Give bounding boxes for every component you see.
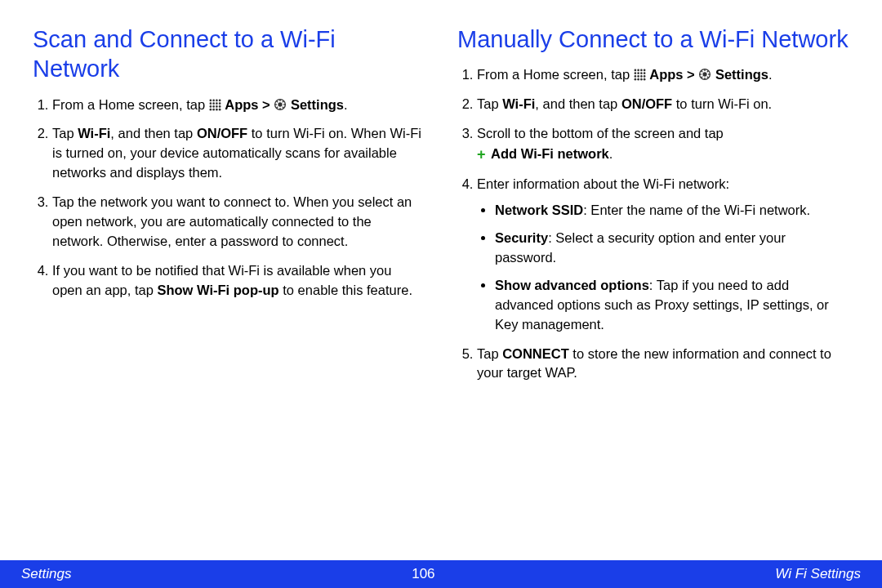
svg-point-37: [643, 75, 645, 78]
plus-icon: +: [477, 144, 486, 165]
svg-line-51: [702, 77, 703, 78]
svg-point-40: [640, 78, 643, 81]
svg-point-32: [640, 73, 643, 75]
text: Tap: [52, 126, 78, 140]
apps-label: Apps: [649, 67, 683, 82]
text: Tap: [477, 346, 502, 361]
svg-point-5: [212, 102, 215, 105]
svg-point-0: [209, 99, 212, 101]
apps-icon: [209, 99, 221, 111]
document-page: Scan and Connect to a Wi-Fi Network From…: [0, 0, 882, 588]
text: to turn Wi-Fi on.: [672, 96, 772, 111]
svg-point-3: [218, 99, 220, 101]
svg-line-49: [707, 77, 709, 78]
svg-point-12: [209, 108, 212, 110]
right-step-3: Scroll to the bottom of the screen and t…: [477, 124, 849, 165]
text: From a Home screen, tap: [52, 97, 209, 112]
svg-point-34: [634, 75, 636, 78]
settings-label: Settings: [715, 67, 768, 82]
text: .: [768, 67, 773, 82]
bullet-security: Security: Select a security option and e…: [495, 229, 849, 268]
bullet-advanced: Show advanced options: Tap if you need t…: [495, 276, 849, 335]
svg-point-13: [212, 108, 215, 110]
settings-icon: [274, 98, 287, 111]
text-bold: Wi-Fi: [502, 96, 535, 111]
breadcrumb-sep: >: [687, 67, 698, 82]
svg-point-30: [634, 73, 636, 75]
left-column: Scan and Connect to a Wi-Fi Network From…: [33, 24, 425, 393]
text: Enter information about the Wi-Fi networ…: [477, 176, 729, 191]
svg-point-28: [640, 69, 643, 72]
svg-point-31: [637, 73, 639, 75]
right-steps: From a Home screen, tap Apps > Settings.…: [457, 65, 849, 383]
svg-point-15: [218, 108, 220, 110]
footer-right: Wi Fi Settings: [775, 566, 861, 582]
svg-point-39: [637, 78, 639, 81]
text: .: [609, 146, 613, 161]
text: Scroll to the bottom of the screen and t…: [477, 126, 724, 140]
text-bold: Network SSID: [495, 203, 583, 217]
footer-page-number: 106: [412, 566, 434, 582]
svg-point-38: [634, 78, 636, 81]
text-bold: Show Wi-Fi pop-up: [157, 283, 278, 297]
apps-label: Apps: [225, 97, 258, 112]
left-step-4: If you want to be notified that Wi-Fi is…: [52, 261, 425, 301]
left-step-1: From a Home screen, tap Apps > Settings.: [52, 96, 425, 115]
svg-point-35: [637, 75, 639, 78]
left-step-2: Tap Wi-Fi, and then tap ON/OFF to turn W…: [52, 124, 425, 183]
text-bold: Wi-Fi: [78, 126, 110, 140]
settings-icon: [698, 68, 711, 81]
right-column: Manually Connect to a Wi‑Fi Network From…: [457, 24, 849, 393]
svg-line-22: [277, 100, 278, 102]
footer-left: Settings: [21, 566, 71, 582]
add-network-label: Add Wi-Fi network: [491, 146, 609, 161]
text: Tap: [477, 96, 502, 111]
settings-label: Settings: [291, 97, 344, 112]
svg-line-50: [707, 71, 709, 73]
svg-point-1: [212, 99, 215, 101]
text: to enable this feature.: [279, 283, 412, 297]
svg-line-24: [283, 100, 284, 102]
footer-bar: Settings 106 Wi Fi Settings: [0, 560, 882, 588]
text: , and then tap: [110, 126, 197, 140]
text-bold: ON/OFF: [197, 126, 247, 140]
apps-icon: [634, 69, 646, 81]
svg-point-33: [643, 73, 645, 75]
left-steps: From a Home screen, tap Apps > Settings.…: [33, 96, 425, 301]
text-bold: Security: [495, 230, 548, 245]
right-step-2: Tap Wi-Fi, and then tap ON/OFF to turn W…: [477, 95, 849, 114]
text-bold: ON/OFF: [621, 96, 672, 111]
svg-point-6: [216, 102, 218, 105]
svg-point-41: [643, 78, 645, 81]
svg-line-23: [283, 106, 284, 108]
text-bold: CONNECT: [502, 346, 569, 361]
content-area: Scan and Connect to a Wi-Fi Network From…: [0, 0, 882, 393]
svg-point-27: [637, 69, 639, 72]
left-step-3: Tap the network you want to connect to. …: [52, 193, 425, 252]
svg-point-26: [634, 69, 636, 72]
svg-point-36: [640, 75, 643, 78]
svg-line-48: [702, 71, 703, 73]
breadcrumb-sep: >: [262, 97, 274, 112]
right-heading: Manually Connect to a Wi‑Fi Network: [457, 24, 849, 54]
svg-point-9: [212, 105, 215, 108]
svg-point-8: [209, 105, 212, 108]
svg-point-29: [643, 69, 645, 72]
left-heading: Scan and Connect to a Wi-Fi Network: [33, 24, 425, 84]
svg-point-11: [218, 105, 220, 108]
svg-point-14: [216, 108, 218, 110]
svg-point-17: [278, 103, 282, 106]
svg-point-43: [703, 73, 706, 76]
svg-point-7: [218, 102, 220, 105]
svg-point-4: [209, 102, 212, 105]
svg-point-2: [216, 99, 218, 101]
right-bullets: Network SSID: Enter the name of the Wi-F…: [477, 201, 849, 335]
svg-line-25: [277, 106, 278, 108]
text: , and then tap: [535, 96, 621, 111]
text: : Enter the name of the Wi-Fi network.: [583, 203, 810, 217]
right-step-4: Enter information about the Wi-Fi networ…: [477, 175, 849, 334]
text: From a Home screen, tap: [477, 67, 634, 82]
svg-point-10: [216, 105, 218, 108]
text-bold: Show advanced options: [495, 278, 649, 292]
text: .: [344, 97, 348, 112]
